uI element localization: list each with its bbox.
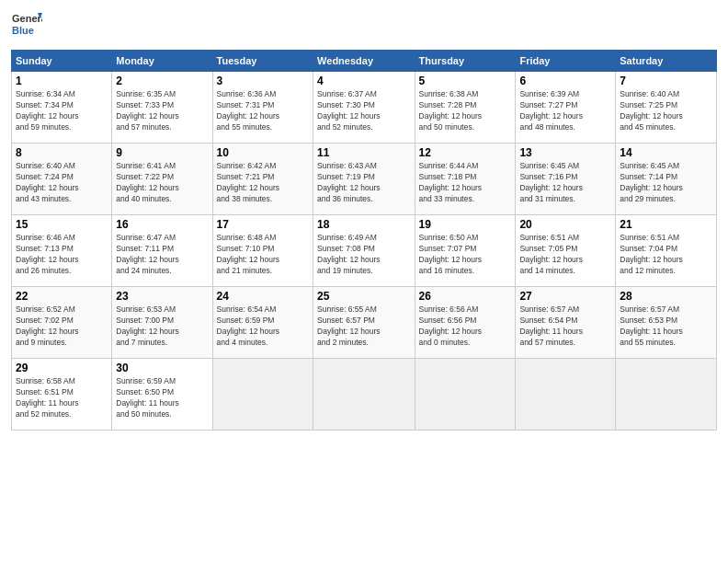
table-row: 14Sunrise: 6:45 AM Sunset: 7:14 PM Dayli… <box>616 144 717 215</box>
day-info: Sunrise: 6:59 AM Sunset: 6:50 PM Dayligh… <box>116 376 208 420</box>
day-info: Sunrise: 6:58 AM Sunset: 6:51 PM Dayligh… <box>16 376 108 420</box>
day-number: 10 <box>217 146 309 159</box>
day-number: 13 <box>519 146 611 159</box>
day-info: Sunrise: 6:57 AM Sunset: 6:54 PM Dayligh… <box>519 304 611 349</box>
day-number: 22 <box>16 290 108 303</box>
day-info: Sunrise: 6:51 AM Sunset: 7:05 PM Dayligh… <box>519 233 611 277</box>
day-info: Sunrise: 6:39 AM Sunset: 7:27 PM Dayligh… <box>519 89 611 133</box>
day-number: 20 <box>519 218 611 231</box>
table-row: 11Sunrise: 6:43 AM Sunset: 7:19 PM Dayli… <box>313 144 415 215</box>
table-row: 18Sunrise: 6:49 AM Sunset: 7:08 PM Dayli… <box>313 215 415 287</box>
calendar-table: Sunday Monday Tuesday Wednesday Thursday… <box>11 50 717 431</box>
day-number: 19 <box>419 218 512 231</box>
col-saturday: Saturday <box>616 51 717 72</box>
day-number: 17 <box>217 218 309 231</box>
day-number: 5 <box>419 75 512 87</box>
table-row: 26Sunrise: 6:56 AM Sunset: 6:56 PM Dayli… <box>415 287 516 359</box>
col-wednesday: Wednesday <box>313 51 415 72</box>
table-row: 21Sunrise: 6:51 AM Sunset: 7:04 PM Dayli… <box>616 215 717 287</box>
day-number: 6 <box>519 75 611 87</box>
day-info: Sunrise: 6:49 AM Sunset: 7:08 PM Dayligh… <box>317 233 410 277</box>
day-info: Sunrise: 6:40 AM Sunset: 7:24 PM Dayligh… <box>16 161 108 205</box>
day-info: Sunrise: 6:38 AM Sunset: 7:28 PM Dayligh… <box>419 89 512 133</box>
day-number: 29 <box>16 362 108 374</box>
col-monday: Monday <box>112 51 212 72</box>
table-row: 23Sunrise: 6:53 AM Sunset: 7:00 PM Dayli… <box>112 287 212 359</box>
table-row: 25Sunrise: 6:55 AM Sunset: 6:57 PM Dayli… <box>313 287 415 359</box>
table-row: 20Sunrise: 6:51 AM Sunset: 7:05 PM Dayli… <box>516 215 616 287</box>
table-row: 13Sunrise: 6:45 AM Sunset: 7:16 PM Dayli… <box>516 144 616 215</box>
day-number: 26 <box>419 290 512 303</box>
day-info: Sunrise: 6:53 AM Sunset: 7:00 PM Dayligh… <box>116 304 208 349</box>
table-row: 22Sunrise: 6:52 AM Sunset: 7:02 PM Dayli… <box>12 287 112 359</box>
day-number: 30 <box>116 362 208 374</box>
day-info: Sunrise: 6:45 AM Sunset: 7:14 PM Dayligh… <box>620 161 712 205</box>
logo-svg: General Blue <box>11 9 42 42</box>
table-row: 12Sunrise: 6:44 AM Sunset: 7:18 PM Dayli… <box>415 144 516 215</box>
table-row: 24Sunrise: 6:54 AM Sunset: 6:59 PM Dayli… <box>212 287 313 359</box>
col-thursday: Thursday <box>415 51 516 72</box>
table-row: 27Sunrise: 6:57 AM Sunset: 6:54 PM Dayli… <box>516 287 616 359</box>
table-row: 5Sunrise: 6:38 AM Sunset: 7:28 PM Daylig… <box>415 72 516 144</box>
day-info: Sunrise: 6:41 AM Sunset: 7:22 PM Dayligh… <box>116 161 208 205</box>
day-info: Sunrise: 6:51 AM Sunset: 7:04 PM Dayligh… <box>620 233 712 277</box>
table-row: 28Sunrise: 6:57 AM Sunset: 6:53 PM Dayli… <box>616 287 717 359</box>
day-info: Sunrise: 6:44 AM Sunset: 7:18 PM Dayligh… <box>419 161 512 205</box>
day-number: 16 <box>116 218 208 231</box>
table-row <box>212 359 313 431</box>
day-info: Sunrise: 6:34 AM Sunset: 7:34 PM Dayligh… <box>16 89 108 133</box>
day-number: 28 <box>620 290 712 303</box>
table-row: 2Sunrise: 6:35 AM Sunset: 7:33 PM Daylig… <box>112 72 212 144</box>
table-row: 3Sunrise: 6:36 AM Sunset: 7:31 PM Daylig… <box>212 72 313 144</box>
table-row: 16Sunrise: 6:47 AM Sunset: 7:11 PM Dayli… <box>112 215 212 287</box>
col-friday: Friday <box>516 51 616 72</box>
day-number: 12 <box>419 146 512 159</box>
day-number: 23 <box>116 290 208 303</box>
day-info: Sunrise: 6:42 AM Sunset: 7:21 PM Dayligh… <box>217 161 309 205</box>
day-info: Sunrise: 6:50 AM Sunset: 7:07 PM Dayligh… <box>419 233 512 277</box>
day-number: 24 <box>217 290 309 303</box>
table-row: 8Sunrise: 6:40 AM Sunset: 7:24 PM Daylig… <box>12 144 112 215</box>
day-info: Sunrise: 6:45 AM Sunset: 7:16 PM Dayligh… <box>519 161 611 205</box>
day-number: 7 <box>620 75 712 87</box>
day-info: Sunrise: 6:43 AM Sunset: 7:19 PM Dayligh… <box>317 161 410 205</box>
day-number: 21 <box>620 218 712 231</box>
table-row: 19Sunrise: 6:50 AM Sunset: 7:07 PM Dayli… <box>415 215 516 287</box>
day-number: 27 <box>519 290 611 303</box>
table-row: 10Sunrise: 6:42 AM Sunset: 7:21 PM Dayli… <box>212 144 313 215</box>
day-info: Sunrise: 6:56 AM Sunset: 6:56 PM Dayligh… <box>419 304 512 349</box>
day-number: 8 <box>16 146 108 159</box>
day-info: Sunrise: 6:36 AM Sunset: 7:31 PM Dayligh… <box>217 89 309 133</box>
table-row: 7Sunrise: 6:40 AM Sunset: 7:25 PM Daylig… <box>616 72 717 144</box>
day-info: Sunrise: 6:35 AM Sunset: 7:33 PM Dayligh… <box>116 89 208 133</box>
day-number: 2 <box>116 75 208 87</box>
day-info: Sunrise: 6:40 AM Sunset: 7:25 PM Dayligh… <box>620 89 712 133</box>
day-info: Sunrise: 6:37 AM Sunset: 7:30 PM Dayligh… <box>317 89 410 133</box>
table-row <box>616 359 717 431</box>
day-number: 14 <box>620 146 712 159</box>
day-number: 18 <box>317 218 410 231</box>
day-info: Sunrise: 6:57 AM Sunset: 6:53 PM Dayligh… <box>620 304 712 349</box>
table-row: 17Sunrise: 6:48 AM Sunset: 7:10 PM Dayli… <box>212 215 313 287</box>
svg-text:Blue: Blue <box>12 25 34 36</box>
header: General Blue <box>11 9 717 42</box>
day-number: 1 <box>16 75 108 87</box>
table-row: 6Sunrise: 6:39 AM Sunset: 7:27 PM Daylig… <box>516 72 616 144</box>
table-row: 30Sunrise: 6:59 AM Sunset: 6:50 PM Dayli… <box>112 359 212 431</box>
day-info: Sunrise: 6:48 AM Sunset: 7:10 PM Dayligh… <box>217 233 309 277</box>
table-row <box>516 359 616 431</box>
day-number: 25 <box>317 290 410 303</box>
day-number: 3 <box>217 75 309 87</box>
calendar-container: General Blue Sunday Monday Tuesday Wedne… <box>0 0 728 438</box>
table-row: 4Sunrise: 6:37 AM Sunset: 7:30 PM Daylig… <box>313 72 415 144</box>
table-row: 15Sunrise: 6:46 AM Sunset: 7:13 PM Dayli… <box>12 215 112 287</box>
table-row <box>313 359 415 431</box>
day-info: Sunrise: 6:52 AM Sunset: 7:02 PM Dayligh… <box>16 304 108 349</box>
day-number: 15 <box>16 218 108 231</box>
table-row: 9Sunrise: 6:41 AM Sunset: 7:22 PM Daylig… <box>112 144 212 215</box>
table-row <box>415 359 516 431</box>
col-sunday: Sunday <box>12 51 112 72</box>
table-row: 29Sunrise: 6:58 AM Sunset: 6:51 PM Dayli… <box>12 359 112 431</box>
col-tuesday: Tuesday <box>212 51 313 72</box>
logo: General Blue <box>11 9 42 42</box>
